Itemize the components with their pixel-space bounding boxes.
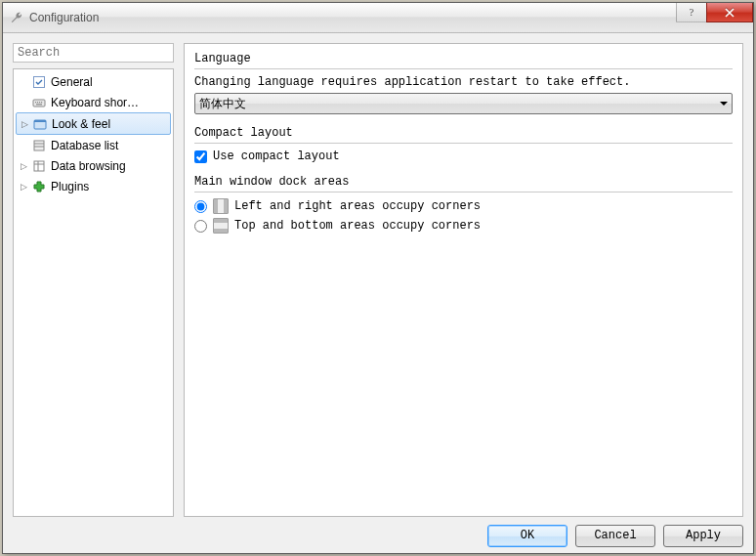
apply-button[interactable]: Apply [663, 525, 743, 547]
compact-layout-section: Compact layout Use compact layout [194, 126, 733, 163]
window-title: Configuration [29, 11, 99, 24]
table-icon [31, 158, 47, 174]
ok-button[interactable]: OK [487, 525, 567, 547]
language-section: Language Changing language requires appl… [194, 52, 733, 114]
tree-item-plugins[interactable]: ▷ Plugins [14, 176, 173, 196]
tree-item-label: Database list [51, 139, 118, 152]
plugin-icon [31, 179, 47, 194]
help-button[interactable]: ? [676, 3, 707, 22]
expander-icon[interactable]: ▷ [18, 182, 29, 192]
tree-item-label: Data browsing [51, 159, 126, 173]
tree-item-label: General [51, 75, 93, 89]
settings-panel: Language Changing language requires appl… [184, 43, 743, 517]
client-area: General Keyboard shor… ▷ [3, 33, 753, 553]
tree-item-database-list[interactable]: Database list [14, 135, 173, 155]
dock-tb-icon [213, 218, 229, 234]
workarea: General Keyboard shor… ▷ [13, 43, 743, 517]
search-input[interactable] [13, 43, 174, 63]
expander-icon[interactable]: ▷ [18, 161, 29, 171]
cancel-button[interactable]: Cancel [575, 525, 655, 547]
keyboard-icon [31, 95, 47, 110]
left-panel: General Keyboard shor… ▷ [13, 43, 174, 517]
dock-option1-label: Left and right areas occupy corners [234, 199, 481, 213]
window-buttons: ? [676, 3, 753, 22]
tree-item-general[interactable]: General [14, 71, 173, 92]
svg-rect-2 [33, 100, 45, 107]
dock-option2-label: Top and bottom areas occupy corners [234, 219, 481, 233]
tree-item-label: Keyboard shor… [51, 96, 139, 109]
dock-lr-icon [213, 198, 229, 214]
checkbox-icon [31, 74, 47, 90]
svg-text:?: ? [690, 7, 694, 18]
language-combobox[interactable]: 简体中文 [194, 93, 733, 114]
language-hint: Changing language requires application r… [194, 75, 733, 89]
use-compact-layout-checkbox[interactable]: Use compact layout [194, 150, 733, 163]
svg-rect-13 [34, 161, 44, 171]
dock-radio-2[interactable] [194, 220, 207, 233]
titlebar: Configuration ? [3, 3, 753, 33]
tree-item-look-and-feel[interactable]: ▷ Look & feel [16, 112, 171, 135]
svg-rect-3 [35, 102, 36, 103]
dock-areas-section: Main window dock areas Left and right ar… [194, 175, 733, 234]
compact-checkbox-input[interactable] [194, 150, 207, 163]
dialog-buttons: OK Cancel Apply [13, 517, 743, 547]
tree-item-label: Plugins [51, 180, 89, 193]
close-button[interactable] [706, 3, 753, 22]
compact-checkbox-label: Use compact layout [213, 150, 340, 163]
dock-radio-1[interactable] [194, 200, 207, 213]
dock-option-left-right[interactable]: Left and right areas occupy corners [194, 198, 733, 214]
compact-header: Compact layout [194, 126, 733, 144]
svg-rect-4 [37, 102, 38, 103]
svg-rect-7 [36, 104, 42, 105]
language-header: Language [194, 52, 733, 69]
appearance-icon [32, 116, 48, 132]
svg-rect-9 [34, 120, 46, 122]
wrench-icon [9, 10, 24, 25]
category-tree[interactable]: General Keyboard shor… ▷ [13, 68, 174, 517]
dock-header: Main window dock areas [194, 175, 733, 192]
dock-option-top-bottom[interactable]: Top and bottom areas occupy corners [194, 218, 733, 234]
svg-rect-6 [41, 102, 42, 103]
tree-item-keyboard-shortcuts[interactable]: Keyboard shor… [14, 92, 173, 112]
configuration-window: Configuration ? [2, 2, 754, 554]
svg-rect-1 [34, 76, 45, 87]
tree-item-data-browsing[interactable]: ▷ Data browsing [14, 155, 173, 176]
tree-item-label: Look & feel [52, 117, 110, 131]
svg-rect-5 [39, 102, 40, 103]
chevron-down-icon [720, 102, 728, 106]
expander-icon[interactable]: ▷ [19, 119, 30, 129]
svg-rect-10 [34, 141, 44, 150]
database-icon [31, 138, 47, 153]
language-value: 简体中文 [199, 96, 246, 112]
